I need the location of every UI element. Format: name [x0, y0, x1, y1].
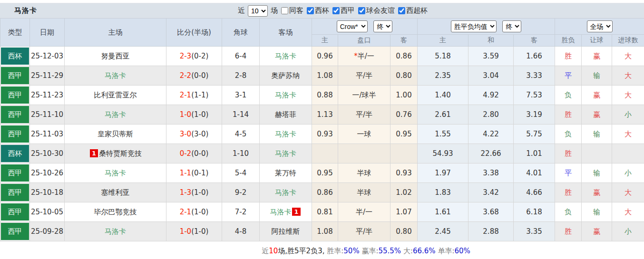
- away-team[interactable]: 马洛卡: [260, 144, 312, 163]
- match-date: 25-10-30: [30, 144, 65, 163]
- score-cell: 2-3(0-2): [166, 47, 222, 66]
- away-team[interactable]: 马洛卡: [260, 47, 312, 66]
- handicap-result: 赢: [582, 183, 612, 202]
- home-team[interactable]: 马洛卡: [65, 66, 166, 86]
- score-cell: 1-0(1-0): [166, 105, 222, 125]
- team-name[interactable]: 马洛卡: [270, 208, 291, 216]
- league-filter-西杯[interactable]: 西杯: [307, 6, 329, 15]
- league-filter-西甲[interactable]: 西甲: [332, 6, 355, 15]
- team-name[interactable]: 塞维利亚: [101, 188, 130, 197]
- team-name[interactable]: 马洛卡: [105, 110, 126, 119]
- corner-score: 1-10: [222, 144, 260, 163]
- away-team[interactable]: 马洛卡1: [260, 202, 312, 222]
- table-row: 西甲 25-10-26 马洛卡 1-1(0-1) 5-4 莱万特 0.95 半球…: [0, 163, 644, 183]
- team-name[interactable]: 马洛卡: [275, 130, 296, 138]
- footer-segment: 50%: [343, 247, 359, 255]
- league-filter-label: 西甲: [341, 6, 355, 15]
- home-team[interactable]: 马洛卡: [65, 163, 166, 183]
- asian-handicap: 半球: [338, 183, 390, 202]
- match-result: 胜: [555, 183, 582, 202]
- scope-select[interactable]: 全场: [587, 20, 613, 32]
- away-team[interactable]: 马洛卡: [260, 125, 312, 144]
- euro-model-select[interactable]: 胜平负均值: [451, 20, 497, 32]
- full-time-score: 1-0: [180, 110, 192, 119]
- col-header-away: 客场: [260, 19, 312, 47]
- match-result: 胜: [555, 105, 582, 125]
- league-filter-球会友谊[interactable]: 球会友谊: [358, 6, 395, 15]
- euro-home-odds: 1.61: [418, 202, 468, 222]
- league-type-cell: 西甲: [0, 222, 30, 241]
- team-name[interactable]: 马洛卡: [275, 188, 296, 197]
- matches-count-select[interactable]: 10: [248, 5, 268, 17]
- team-name[interactable]: 赫塔菲: [275, 110, 296, 119]
- league-filter-西超杯[interactable]: 西超杯: [398, 6, 428, 15]
- league-type-cell: 西甲: [0, 202, 30, 222]
- home-team[interactable]: 比利亚雷亚尔: [65, 86, 166, 105]
- euro-draw-odds: 4.92: [468, 86, 514, 105]
- team-name[interactable]: 桑特贾斯竞技: [99, 149, 142, 158]
- handicap-result: 赢: [582, 222, 612, 241]
- league-type-cell: 西杯: [0, 144, 30, 163]
- league-type-badge: 西甲: [1, 86, 29, 104]
- goals-result: [612, 144, 644, 163]
- league-filter-checkbox[interactable]: [332, 7, 340, 14]
- footer-segment: 场,胜5平2负3,: [278, 247, 327, 256]
- full-time-score: 2-1: [180, 208, 192, 216]
- team-name[interactable]: 奥萨苏纳: [272, 71, 300, 80]
- team-name[interactable]: 莱万特: [275, 169, 296, 177]
- team-name[interactable]: 马洛卡: [105, 169, 126, 177]
- league-filter-checkbox[interactable]: [398, 7, 405, 14]
- asian-away-odds: 0.80: [390, 66, 418, 86]
- team-name[interactable]: 马洛卡: [105, 227, 126, 236]
- away-team[interactable]: 马洛卡: [260, 86, 312, 105]
- league-type-cell: 西甲: [0, 86, 30, 105]
- home-team[interactable]: 马洛卡: [65, 105, 166, 125]
- corner-score: 7-2: [222, 202, 260, 222]
- home-team[interactable]: 马洛卡: [65, 222, 166, 241]
- home-team[interactable]: 塞维利亚: [65, 183, 166, 202]
- team-name[interactable]: 努曼西亚: [101, 52, 130, 60]
- home-team[interactable]: 努曼西亚: [65, 47, 166, 66]
- asian-home-odds: 1.08: [312, 222, 338, 241]
- team-name[interactable]: 马洛卡: [275, 91, 296, 99]
- match-result: 胜: [555, 144, 582, 163]
- team-name[interactable]: 马洛卡: [275, 149, 296, 158]
- home-team[interactable]: 1桑特贾斯竞技: [65, 144, 166, 163]
- same-venue-filter[interactable]: 同客: [281, 6, 303, 15]
- away-team[interactable]: 赫塔菲: [260, 105, 312, 125]
- filter-bar: 近 10 场 同客 西杯西甲球会友谊西超杯: [238, 3, 428, 18]
- same-venue-checkbox[interactable]: [281, 7, 288, 14]
- away-team[interactable]: 阿拉维斯: [260, 222, 312, 241]
- away-team[interactable]: 奥萨苏纳: [260, 66, 312, 86]
- home-team[interactable]: 皇家贝蒂斯: [65, 125, 166, 144]
- euro-draw-odds: 3.04: [468, 66, 514, 86]
- goals-result: 大: [612, 202, 644, 222]
- home-team[interactable]: 毕尔巴鄂竞技: [65, 202, 166, 222]
- col-header-euro-away: 客: [514, 35, 555, 47]
- bookmaker-select[interactable]: Crow*: [337, 20, 368, 32]
- asian-away-odds: 0.76: [390, 105, 418, 125]
- away-team[interactable]: 莱万特: [260, 163, 312, 183]
- handicap-result: 输: [582, 125, 612, 144]
- league-filter-checkbox[interactable]: [358, 7, 365, 14]
- footer-segment: 胜率:: [327, 247, 343, 256]
- asian-away-odds: [390, 144, 418, 163]
- team-name[interactable]: 毕尔巴鄂竞技: [94, 208, 137, 216]
- asian-away-odds: 1.02: [390, 183, 418, 202]
- asian-stage-select[interactable]: 终: [373, 20, 392, 32]
- footer-segment: 近: [262, 247, 269, 256]
- team-name[interactable]: 比利亚雷亚尔: [94, 91, 137, 99]
- half-time-score: (0-1): [191, 169, 208, 177]
- team-name[interactable]: 马洛卡: [105, 71, 126, 80]
- league-filter-checkbox[interactable]: [307, 7, 314, 14]
- euro-stage-select[interactable]: 终: [502, 20, 521, 32]
- league-filters: 西杯西甲球会友谊西超杯: [303, 6, 428, 15]
- team-name[interactable]: 皇家贝蒂斯: [98, 130, 133, 138]
- away-team[interactable]: 马洛卡: [260, 183, 312, 202]
- corner-score: 5-4: [222, 163, 260, 183]
- corner-score: 4-8: [222, 222, 260, 241]
- team-name[interactable]: 阿拉维斯: [272, 227, 300, 236]
- team-name[interactable]: 马洛卡: [275, 52, 296, 60]
- full-time-score: 3-0: [180, 130, 192, 138]
- matches-suffix-label: 场: [271, 6, 278, 15]
